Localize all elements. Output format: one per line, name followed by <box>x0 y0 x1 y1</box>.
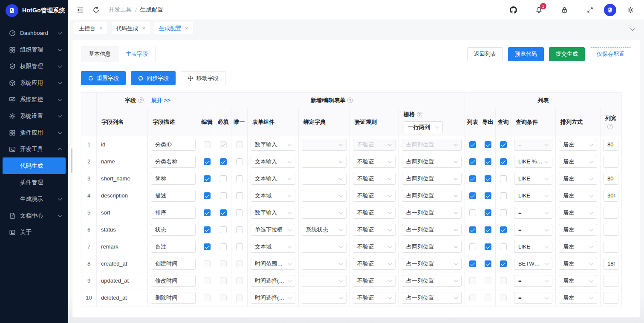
align-select[interactable]: 居左 <box>559 224 597 236</box>
page-tab[interactable]: 代码生成× <box>112 22 150 34</box>
query-cond-select[interactable]: = <box>514 275 552 287</box>
column-width-input[interactable] <box>604 139 618 151</box>
align-select[interactable]: 居左 <box>559 207 597 219</box>
query-checkbox[interactable] <box>500 209 507 216</box>
sidebar-item-sysapp[interactable]: 系统应用 <box>3 74 66 91</box>
form-component-select[interactable]: 单选下拉框 <box>251 224 295 236</box>
list-checkbox[interactable] <box>469 209 476 216</box>
column-width-input[interactable] <box>604 275 618 287</box>
query-cond-select[interactable]: BETWEEN <box>514 258 552 270</box>
query-checkbox[interactable] <box>500 260 507 267</box>
query-checkbox[interactable] <box>500 158 507 165</box>
form-component-select[interactable]: 时间范围选择 <box>251 258 295 270</box>
column-width-input[interactable] <box>604 207 618 219</box>
sidebar-item-dashboard[interactable]: Dashboard <box>3 25 66 41</box>
tab-basic-info[interactable]: 基本信息 <box>81 46 118 62</box>
avatar[interactable] <box>604 4 616 16</box>
required-checkbox[interactable] <box>220 243 227 250</box>
validate-rule-select[interactable]: 不验证 <box>353 241 396 253</box>
export-checkbox[interactable] <box>485 158 491 165</box>
page-tab[interactable]: 主控台× <box>74 22 107 34</box>
edit-checkbox[interactable] <box>204 192 211 199</box>
sidebar-item-sysmon[interactable]: 系统监控 <box>3 91 66 108</box>
help-icon[interactable]: ? <box>347 97 353 103</box>
grid-span-select[interactable]: 占两列位置 <box>402 190 462 202</box>
validate-rule-select[interactable]: 不验证 <box>353 275 396 287</box>
export-checkbox[interactable] <box>485 226 491 233</box>
sidebar-item-plugin[interactable]: 插件应用 <box>3 124 66 141</box>
list-checkbox[interactable] <box>469 192 476 199</box>
sidebar-subitem[interactable]: 插件管理 <box>3 174 66 191</box>
list-checkbox[interactable] <box>469 141 476 148</box>
validate-rule-select[interactable]: 不验证 <box>353 207 396 219</box>
bind-dict-select[interactable] <box>302 156 347 168</box>
validate-rule-select[interactable]: 不验证 <box>353 224 396 236</box>
query-cond-select[interactable]: = <box>514 224 552 236</box>
app-logo[interactable]: HotGo管理系统 <box>0 1 68 20</box>
collapse-menu-icon[interactable] <box>76 6 84 14</box>
export-checkbox[interactable] <box>485 192 491 199</box>
reset-fields-button[interactable]: 重置字段 <box>81 71 126 85</box>
query-cond-select[interactable]: LIKE %...% <box>514 156 552 168</box>
field-desc-input[interactable] <box>151 173 196 185</box>
field-desc-input[interactable] <box>151 292 196 304</box>
export-checkbox[interactable] <box>485 243 491 250</box>
column-width-input[interactable] <box>604 156 618 168</box>
field-desc-input[interactable] <box>151 275 196 287</box>
align-select[interactable]: 居左 <box>559 190 597 202</box>
edit-checkbox[interactable] <box>204 226 211 233</box>
query-checkbox[interactable] <box>500 243 507 250</box>
column-width-input[interactable] <box>604 190 618 202</box>
grid-span-select[interactable]: 占一列位置 <box>402 292 462 304</box>
export-checkbox[interactable] <box>485 141 491 148</box>
bind-dict-select[interactable]: 系统状态 <box>302 224 347 236</box>
sidebar-item-about[interactable]: 关于 <box>3 224 66 240</box>
grid-span-select[interactable]: 占一列位置 <box>402 224 462 236</box>
bind-dict-select[interactable] <box>302 207 347 219</box>
validate-rule-select[interactable]: 不验证 <box>353 292 396 304</box>
move-fields-button[interactable]: 移动字段 <box>181 71 225 85</box>
list-checkbox[interactable] <box>469 243 476 250</box>
sidebar-item-org[interactable]: 组织管理 <box>3 41 66 58</box>
required-checkbox[interactable] <box>220 158 227 165</box>
edit-checkbox[interactable] <box>204 175 211 182</box>
form-component-select[interactable]: 时间选择(Y-... <box>251 275 295 287</box>
grid-span-select[interactable]: 占一列位置 <box>402 258 462 270</box>
save-config-only-button[interactable]: 仅保存配置 <box>590 47 631 61</box>
query-cond-select[interactable]: LIKE <box>514 241 552 253</box>
sync-fields-button[interactable]: 同步字段 <box>131 71 176 85</box>
column-width-input[interactable] <box>604 224 618 236</box>
export-checkbox[interactable] <box>485 175 491 182</box>
form-component-select[interactable]: 数字输入 <box>251 207 295 219</box>
unique-checkbox[interactable] <box>236 243 243 250</box>
form-component-select[interactable]: 文本域 <box>251 241 295 253</box>
refresh-icon[interactable] <box>92 6 100 14</box>
align-select[interactable]: 居左 <box>559 156 597 168</box>
validate-rule-select[interactable]: 不验证 <box>353 156 396 168</box>
preview-code-button[interactable]: 预览代码 <box>508 47 544 61</box>
tab-main-fields[interactable]: 主表字段 <box>118 46 156 62</box>
align-select[interactable]: 居左 <box>559 275 597 287</box>
sidebar-subitem[interactable]: 生成演示 <box>3 191 66 207</box>
align-select[interactable]: 居左 <box>559 258 597 270</box>
query-checkbox[interactable] <box>500 141 507 148</box>
bind-dict-select[interactable] <box>302 258 347 270</box>
column-width-input[interactable] <box>604 241 618 253</box>
help-icon[interactable]: ? <box>417 112 422 117</box>
field-desc-input[interactable] <box>151 241 196 253</box>
query-cond-select[interactable]: LIKE <box>514 190 552 202</box>
bind-dict-select[interactable] <box>302 173 347 185</box>
edit-checkbox[interactable] <box>204 209 211 216</box>
required-checkbox[interactable] <box>220 175 227 182</box>
gear-icon[interactable] <box>626 6 635 14</box>
github-icon[interactable] <box>509 6 517 14</box>
lock-icon[interactable] <box>560 6 569 14</box>
form-component-select[interactable]: 数字输入 <box>251 139 295 151</box>
submit-generate-button[interactable]: 提交生成 <box>549 47 585 61</box>
export-checkbox[interactable] <box>485 260 491 267</box>
list-checkbox[interactable] <box>469 226 476 233</box>
query-cond-select[interactable]: LIKE <box>514 173 552 185</box>
form-component-select[interactable]: 文本域 <box>251 190 295 202</box>
field-desc-input[interactable] <box>151 156 196 168</box>
grid-span-select[interactable]: 占一列位置 <box>402 275 462 287</box>
